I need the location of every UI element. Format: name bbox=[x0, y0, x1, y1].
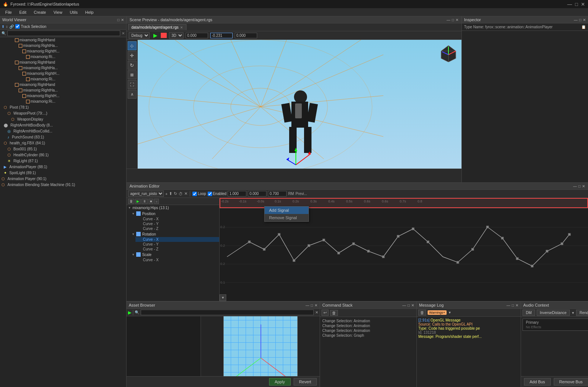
time-field[interactable] bbox=[248, 191, 266, 196]
asset-float-btn[interactable]: — bbox=[306, 303, 309, 307]
rotation-curve-y[interactable]: Curve - Y bbox=[135, 242, 219, 247]
asset-search-input[interactable] bbox=[141, 310, 314, 315]
cmd-item[interactable]: Change Selection: Animation bbox=[322, 319, 415, 323]
tree-item[interactable]: mixamorig:RightH... bbox=[0, 71, 126, 76]
tree-item-rightarm[interactable]: ⬤ RightArmHitBoxBody (8... bbox=[0, 122, 126, 128]
tree-item-healthcylinder[interactable]: ⬡ HealthCylinder (86:1) bbox=[0, 152, 126, 158]
anim-import-btn[interactable]: ⬆ bbox=[169, 191, 172, 196]
scene-preview-float-btn[interactable]: — bbox=[447, 18, 450, 22]
cmd-item[interactable]: Change Selection: Animation bbox=[322, 328, 415, 333]
minimize-button[interactable]: — bbox=[567, 1, 572, 7]
position-checkbox[interactable] bbox=[136, 211, 141, 216]
tree-item-animblend91[interactable]: ⬡ Animation Blending State Machine (91:1… bbox=[0, 182, 126, 188]
anim-clip-select[interactable]: agent_run_pisto bbox=[128, 191, 164, 197]
tree-item-spotlight89[interactable]: ✦ SpotLight (89:1) bbox=[0, 170, 126, 176]
select-box-btn[interactable]: ⛶ bbox=[128, 80, 137, 89]
tree-item[interactable]: mixamorig:RightH... bbox=[0, 93, 126, 99]
rotation-curve-x[interactable]: Curve - X bbox=[135, 237, 219, 242]
inspector-max-btn[interactable]: □ bbox=[579, 18, 581, 22]
rotate-tool-btn[interactable]: ↻ bbox=[128, 61, 137, 70]
scale-tool-btn[interactable]: ⊠ bbox=[128, 70, 137, 79]
log-max-btn[interactable]: □ bbox=[512, 303, 514, 307]
tree-item[interactable]: mixamorig:Ri... bbox=[0, 76, 126, 82]
warnings-filter-btn[interactable]: Warnings+ bbox=[428, 310, 447, 315]
menu-view[interactable]: View bbox=[50, 9, 66, 15]
track-hips-header[interactable]: ▼ mixamorig:Hips (13:1) bbox=[127, 205, 219, 211]
menu-file[interactable]: File bbox=[1, 9, 16, 15]
primary-bus[interactable]: Primary No Effects bbox=[523, 319, 588, 331]
track-play-btn[interactable]: ▶ bbox=[135, 199, 141, 204]
position-curve-x[interactable]: Curve - X bbox=[135, 217, 219, 221]
search-input[interactable] bbox=[7, 31, 120, 36]
pos-x-field[interactable] bbox=[186, 33, 208, 38]
asset-search-close-btn[interactable]: ✕ bbox=[315, 310, 318, 314]
move-tool-btn[interactable]: ✛ bbox=[128, 51, 137, 60]
cmd-float-btn[interactable]: — bbox=[402, 303, 406, 307]
world-viewer-tool1[interactable]: ⬆ bbox=[1, 25, 4, 29]
inspector-float-btn[interactable]: — bbox=[574, 18, 578, 22]
asset-preview[interactable] bbox=[201, 316, 320, 376]
world-viewer-tool3[interactable]: 🔗 bbox=[9, 25, 14, 29]
maximize-button[interactable]: □ bbox=[575, 1, 578, 7]
menu-edit[interactable]: Edit bbox=[16, 9, 30, 15]
anim-editor-max-btn[interactable]: □ bbox=[578, 184, 581, 188]
scene-tab-close[interactable]: ✕ bbox=[180, 26, 183, 29]
rotation-curve-z[interactable]: Curve - Z bbox=[135, 247, 219, 252]
timeline-scroll-down-btn[interactable]: ▼ bbox=[220, 294, 226, 301]
track-position-header[interactable]: ▼ Position bbox=[130, 211, 219, 217]
tree-item-punchsound[interactable]: ♪ PunchSound (83:1) bbox=[0, 134, 126, 140]
scene-tab[interactable]: data/models/agent/agent.rgs ✕ bbox=[128, 24, 186, 30]
length-field[interactable] bbox=[268, 191, 287, 196]
terrain-btn[interactable]: ∧ bbox=[128, 90, 137, 99]
tree-item[interactable]: mixamorig:Ri... bbox=[0, 99, 126, 104]
scene-3d-canvas[interactable] bbox=[138, 40, 461, 169]
menu-create[interactable]: Create bbox=[30, 9, 50, 15]
tree-item-weaponpivot[interactable]: ⬡ WeaponPivot (79:...) bbox=[0, 110, 126, 116]
track-key-btn[interactable]: ⬦ bbox=[154, 199, 159, 204]
log-float-btn[interactable]: — bbox=[506, 303, 510, 307]
track-stop-btn[interactable]: ■ bbox=[148, 199, 153, 204]
track-rotation-header[interactable]: ▼ Rotation bbox=[130, 231, 219, 237]
filter-arrow[interactable]: ▼ bbox=[571, 311, 575, 315]
cmd-undo-btn[interactable]: ↩ bbox=[322, 310, 329, 316]
tree-item[interactable]: mixamorig:RightHand bbox=[0, 37, 126, 43]
inspector-close-btn[interactable]: ✕ bbox=[583, 18, 586, 22]
enabled-checkbox[interactable] bbox=[208, 192, 212, 196]
tree-item-riglight[interactable]: ☀ RigLight (87:1) bbox=[0, 158, 126, 164]
inspector-copy-btn[interactable]: 📋 bbox=[581, 25, 586, 29]
tree-item[interactable]: mixamorig:RightHa... bbox=[0, 65, 126, 71]
track-delete-btn[interactable]: 🗑 bbox=[128, 199, 134, 204]
cmd-item[interactable]: Change Selection: Graph bbox=[322, 333, 415, 338]
orientation-cube[interactable] bbox=[439, 44, 458, 62]
world-viewer-close-btn[interactable]: ✕ bbox=[121, 18, 124, 22]
search-close-icon[interactable]: ✕ bbox=[122, 31, 125, 35]
asset-max-btn[interactable]: □ bbox=[311, 303, 313, 307]
position-curve-y[interactable]: Curve - Y bbox=[135, 221, 219, 226]
speed-field[interactable] bbox=[228, 191, 246, 196]
context-remove-signal[interactable]: Remove Signal bbox=[265, 214, 309, 221]
tree-item[interactable]: mixamorig:RightHand bbox=[0, 60, 126, 65]
pos-y-field[interactable] bbox=[210, 33, 233, 38]
cmd-max-btn[interactable]: □ bbox=[408, 303, 410, 307]
tree-item-animplayer88[interactable]: ▶ AnimationPlayer (88:1) bbox=[0, 164, 126, 170]
track-pause-btn[interactable]: ⏸ bbox=[141, 199, 148, 204]
menu-help[interactable]: Help bbox=[82, 9, 98, 15]
tree-item-pivot[interactable]: ⬡ Pivot (78:1) bbox=[0, 104, 126, 110]
anim-editor-close-btn[interactable]: ✕ bbox=[582, 184, 585, 188]
remove-bus-button[interactable]: Remove Bus bbox=[554, 378, 588, 386]
tree-item-rightarm-collider[interactable]: ◎ RightArmHitBoxCollid... bbox=[0, 128, 126, 134]
timeline-ruler[interactable]: -0.2s -0.1s -0.0s 0.1s 0.2s 0.3s 0.4s 0.… bbox=[220, 198, 588, 208]
play-button[interactable]: ▶ bbox=[152, 32, 159, 39]
rotation-checkbox[interactable] bbox=[136, 232, 141, 236]
anim-delete-btn[interactable]: ✕ bbox=[184, 191, 188, 196]
menu-utils[interactable]: Utils bbox=[66, 9, 81, 15]
tree-item[interactable]: mixamorig:RightH... bbox=[0, 48, 126, 54]
tree-item-healthrig[interactable]: ⬡ health_rig.FBX (84:1) bbox=[0, 140, 126, 146]
apply-button[interactable]: Apply bbox=[269, 378, 291, 386]
inverse-distance-btn[interactable]: InverseDistance bbox=[537, 310, 570, 316]
select-tool-btn[interactable]: ⊹ bbox=[128, 41, 137, 50]
cmd-trash-btn[interactable]: 🗑 bbox=[330, 310, 338, 316]
renderer-btn[interactable]: Renderer bbox=[576, 310, 588, 316]
tree-item[interactable]: mixamorig:RightHa... bbox=[0, 87, 126, 93]
log-trash-btn[interactable]: 🗑 bbox=[418, 310, 426, 316]
